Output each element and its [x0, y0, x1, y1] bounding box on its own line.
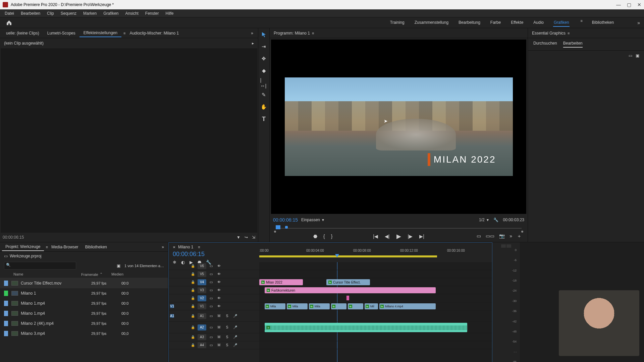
voiceover-icon[interactable]: 🎤 — [232, 335, 238, 339]
sequence-title[interactable]: Milano 1 — [178, 245, 193, 249]
eg-tab-bearbeiten[interactable]: Bearbeiten — [563, 41, 583, 48]
mute-icon[interactable]: M — [216, 314, 222, 318]
close-sequence-icon[interactable]: ✕ — [173, 245, 175, 249]
track-label[interactable]: A4 — [198, 342, 206, 348]
workspace-tab-training[interactable]: Training — [389, 19, 405, 27]
timeline-clip[interactable]: fx — [348, 303, 363, 309]
workspace-tab-farbe[interactable]: Farbe — [490, 19, 501, 27]
project-item[interactable]: Cursor Title Effect.mov 29,97 fps 00:0 — [0, 278, 168, 288]
video-lane[interactable]: fxMilafxMilafxMilafxfxfxMilfxMilano 4.mp… — [259, 302, 492, 310]
timeline-clip[interactable]: fx — [331, 303, 346, 309]
video-lane[interactable] — [259, 270, 492, 278]
audio-lane[interactable] — [259, 333, 492, 341]
program-viewer[interactable]: MILAN 2022 ➤ — [271, 40, 526, 214]
export-frame-icon[interactable]: 📷 — [499, 233, 505, 239]
toggle-audio-icon[interactable]: ▭ — [208, 325, 214, 329]
timeline-clip[interactable]: fxMil — [365, 303, 378, 309]
project-item[interactable]: Milano 3.mp4 29,97 fps 00,0 — [0, 328, 168, 339]
go-to-in-icon[interactable]: |◀ — [373, 234, 378, 239]
add-marker-icon[interactable]: ⬣ — [313, 234, 317, 239]
menu-datei[interactable]: Datei — [1, 10, 17, 16]
track-select-tool-icon[interactable]: ⇥ — [260, 43, 268, 50]
toggle-visibility-icon[interactable]: 👁 — [216, 288, 222, 292]
filter-icon[interactable]: ▼ — [236, 235, 240, 240]
toggle-audio-icon[interactable]: ▭ — [208, 343, 214, 347]
workspace-tab-zusammenstellung[interactable]: Zusammenstellung — [414, 19, 449, 27]
project-tab[interactable]: Bibliotheken — [82, 243, 110, 251]
workspace-active-menu-icon[interactable]: ≡ — [580, 19, 582, 27]
go-to-out-icon[interactable]: ▶| — [419, 234, 424, 239]
toggle-audio-icon[interactable]: ▭ — [208, 335, 214, 339]
project-tab[interactable]: Media-Browser — [48, 243, 82, 251]
add-button-icon[interactable]: ＋ — [517, 233, 522, 239]
menu-sequenz[interactable]: Sequenz — [57, 10, 80, 16]
hand-tool-icon[interactable]: ✋ — [260, 103, 268, 111]
overwrite-icon[interactable]: ⇲ — [252, 235, 255, 240]
solo-icon[interactable]: S — [224, 314, 230, 318]
selection-tool-icon[interactable] — [260, 31, 268, 38]
audio-lane[interactable]: fx — [259, 322, 492, 333]
close-button[interactable]: ✕ — [637, 2, 641, 7]
timeline-menu-icon[interactable]: ≡ — [198, 245, 200, 249]
eg-menu-icon[interactable]: ≡ — [568, 31, 570, 35]
ripple-tool-icon[interactable]: ✥ — [260, 55, 268, 62]
menu-ansicht[interactable]: Ansicht — [122, 10, 142, 16]
menu-grafiken[interactable]: Grafiken — [100, 10, 122, 16]
video-lane[interactable] — [259, 294, 492, 302]
voiceover-icon[interactable]: 🎤 — [232, 314, 238, 318]
timeline-ruler[interactable]: :00:0000:00:04:0000:00:08:0000:00:12:000… — [259, 243, 492, 262]
track-label[interactable]: A2 — [198, 324, 206, 330]
lock-icon[interactable]: 🔒 — [190, 325, 196, 329]
video-lane[interactable]: fxMilan 2022fxCursor Title Effect. — [259, 278, 492, 286]
toggle-output-icon[interactable]: ▭ — [208, 288, 214, 292]
timeline-clip[interactable]: fxMilano 4.mp4 — [379, 303, 436, 309]
program-timecode-left[interactable]: 00:00:06:15 — [273, 217, 298, 223]
menu-marken[interactable]: Marken — [80, 10, 100, 16]
video-lane[interactable]: fxFarbkorrekturen — [259, 286, 492, 294]
toggle-visibility-icon[interactable]: 👁 — [216, 280, 222, 284]
timeline-clip[interactable]: fxMila — [287, 303, 308, 309]
timeline-clip[interactable]: fxFarbkorrekturen — [265, 287, 436, 293]
lock-icon[interactable]: 🔒 — [190, 272, 196, 276]
toggle-output-icon[interactable]: ▭ — [208, 272, 214, 276]
group-icon[interactable]: ▣ — [636, 53, 639, 58]
menu-hilfe[interactable]: Hilfe — [162, 10, 177, 16]
toggle-visibility-icon[interactable]: 👁 — [216, 264, 222, 268]
solo-icon[interactable]: S — [224, 325, 230, 329]
step-back-icon[interactable]: ◀| — [385, 234, 390, 239]
lock-icon[interactable]: 🔒 — [190, 296, 196, 300]
minimize-button[interactable]: — — [616, 2, 621, 7]
pen-tool-icon[interactable]: ✎ — [260, 91, 268, 99]
home-icon[interactable] — [4, 19, 14, 27]
workspace-tab-grafiken[interactable]: Grafiken — [553, 19, 570, 27]
timeline-clip[interactable]: fxCursor Title Effect. — [326, 279, 370, 285]
toggle-visibility-icon[interactable]: 👁 — [216, 304, 222, 308]
video-lane[interactable] — [259, 262, 492, 270]
lift-icon[interactable]: ▭ — [477, 233, 481, 239]
toggle-output-icon[interactable]: ▭ — [208, 304, 214, 308]
audio-lane[interactable] — [259, 310, 492, 322]
toggle-audio-icon[interactable]: ▭ — [208, 314, 214, 318]
maximize-button[interactable]: ▢ — [627, 2, 631, 7]
transport-overflow-icon[interactable]: » — [509, 233, 512, 239]
timeline-clip[interactable]: fxMila — [309, 303, 330, 309]
lock-icon[interactable]: 🔒 — [190, 314, 196, 318]
track-label[interactable]: V6 — [198, 263, 206, 269]
col-framerate[interactable]: Framerate⌃ — [81, 272, 111, 277]
mark-in-icon[interactable]: { — [323, 234, 325, 239]
slip-tool-icon[interactable]: |↔| — [260, 79, 268, 86]
mute-icon[interactable]: M — [216, 335, 222, 339]
source-tab[interactable]: uelle: (keine Clips) — [2, 29, 43, 37]
track-label[interactable]: V3 — [198, 287, 206, 293]
lock-icon[interactable]: 🔒 — [190, 288, 196, 292]
project-item[interactable]: Milano 2 (4K).mp4 29,97 fps 00:0 — [0, 318, 168, 328]
solo-icon[interactable]: S — [224, 343, 230, 347]
toggle-visibility-icon[interactable]: 👁 — [216, 272, 222, 276]
mute-icon[interactable]: M — [216, 343, 222, 347]
quality-dropdown[interactable]: 1/2▾ — [479, 218, 489, 222]
mark-out-icon[interactable]: } — [331, 234, 333, 239]
extract-icon[interactable]: ▭▭ — [486, 233, 494, 239]
source-tab[interactable]: Audioclip-Mischer: Milano 1 — [125, 29, 183, 37]
wrench-icon[interactable]: 🔧 — [493, 218, 498, 222]
toggle-output-icon[interactable]: ▭ — [208, 296, 214, 300]
